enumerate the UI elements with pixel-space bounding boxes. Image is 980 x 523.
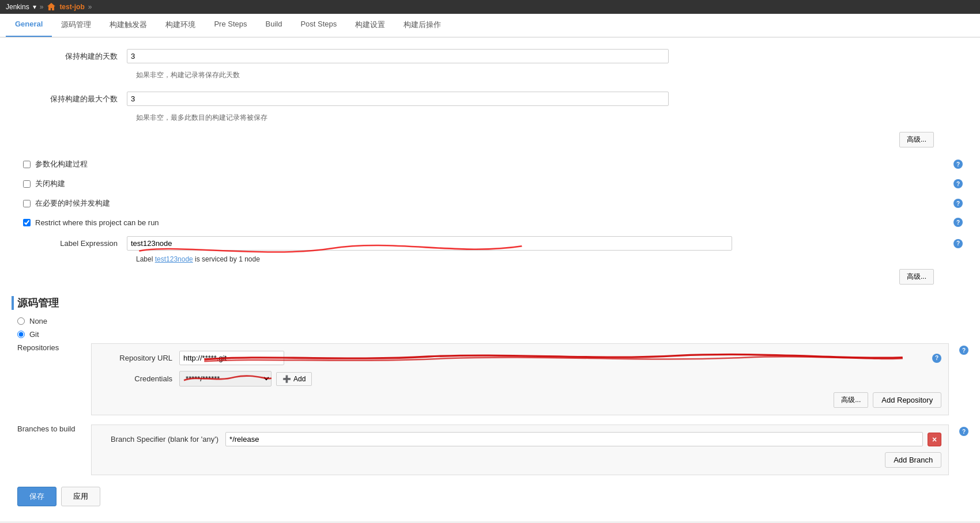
days-input[interactable] bbox=[127, 49, 669, 63]
tab-triggers[interactable]: 构建触发器 bbox=[100, 14, 156, 37]
branch-specifier-row: Branch Specifier (blank for 'any') × bbox=[99, 432, 941, 446]
label-expression-input[interactable] bbox=[127, 236, 732, 251]
max-builds-label: 保持构建的最大个数 bbox=[12, 94, 127, 104]
tab-env[interactable]: 构建环境 bbox=[156, 14, 205, 37]
delete-branch-button[interactable]: × bbox=[928, 433, 941, 446]
repos-advanced-button[interactable]: 高级... bbox=[834, 392, 868, 408]
help-icon-repositories[interactable]: ? bbox=[959, 346, 968, 355]
radio-none[interactable] bbox=[17, 317, 25, 325]
help-icon-restrict[interactable]: ? bbox=[953, 218, 963, 227]
checkbox-disable[interactable] bbox=[23, 180, 31, 188]
top-bar: Jenkins ▾ » test-job » bbox=[0, 0, 980, 14]
advanced-button-2[interactable]: 高级... bbox=[899, 269, 934, 285]
days-row: 保持构建的天数 bbox=[12, 47, 968, 66]
checkbox-parameterize-row: 参数化构建过程 ? bbox=[12, 157, 968, 172]
checkbox-restrict[interactable] bbox=[23, 219, 31, 226]
bottom-buttons: 保存 应用 bbox=[12, 475, 968, 512]
main-content: 保持构建的天数 如果非空，构建记录将保存此天数 保持构建的最大个数 如果非空，最… bbox=[0, 37, 980, 521]
repo-url-label: Repository URL bbox=[99, 354, 179, 362]
radio-none-row: None bbox=[17, 317, 968, 325]
repo-url-input[interactable] bbox=[179, 351, 284, 365]
branch-specifier-input[interactable] bbox=[225, 432, 923, 446]
repos-action-row: 高级... Add Repository bbox=[99, 392, 941, 408]
help-icon-parameterize[interactable]: ? bbox=[953, 160, 963, 169]
tab-settings[interactable]: 构建设置 bbox=[346, 14, 394, 37]
credentials-select-wrapper: *****/****** bbox=[179, 371, 272, 386]
tab-general[interactable]: General bbox=[6, 14, 52, 37]
days-hint: 如果非空，构建记录将保存此天数 bbox=[136, 70, 968, 80]
label-hint-prefix: Label bbox=[136, 255, 155, 263]
tab-poststeps[interactable]: Post Steps bbox=[291, 14, 346, 37]
help-icon-concurrent[interactable]: ? bbox=[953, 199, 963, 208]
label-hint-suffix: is serviced by 1 node bbox=[193, 255, 260, 263]
jenkins-link[interactable]: Jenkins bbox=[6, 3, 29, 11]
add-credentials-label: Add bbox=[293, 375, 306, 383]
jenkins-arrow: ▾ bbox=[33, 3, 36, 11]
repo-url-row: Repository URL ? bbox=[99, 351, 941, 365]
add-branch-button[interactable]: Add Branch bbox=[885, 452, 941, 468]
branches-label: Branches to build bbox=[17, 425, 91, 433]
checkbox-concurrent[interactable] bbox=[23, 200, 31, 207]
help-icon-disable[interactable]: ? bbox=[953, 179, 963, 188]
radio-none-label: None bbox=[29, 317, 47, 325]
checkbox-disable-label: 关闭构建 bbox=[35, 179, 65, 189]
label-expr-label: Label Expression bbox=[12, 239, 127, 248]
checkbox-concurrent-row: 在必要的时候并发构建 ? bbox=[12, 196, 968, 211]
add-branch-row: Add Branch bbox=[99, 452, 941, 468]
label-expression-row: Label Expression ? bbox=[12, 234, 968, 253]
help-icon-repo-url[interactable]: ? bbox=[932, 354, 941, 363]
repositories-box: Repository URL ? Credentials bbox=[91, 343, 949, 415]
max-builds-section: 保持构建的最大个数 如果非空，最多此数目的构建记录将被保存 bbox=[12, 89, 968, 123]
checkbox-restrict-row: Restrict where this project can be run ? bbox=[12, 215, 968, 229]
delete-icon: × bbox=[932, 435, 937, 444]
max-builds-row: 保持构建的最大个数 bbox=[12, 89, 968, 108]
repositories-label: Repositories bbox=[17, 343, 91, 352]
checkbox-disable-row: 关闭构建 ? bbox=[12, 176, 968, 191]
advanced-btn-row-2: 高级... bbox=[12, 269, 968, 285]
help-icon-branches[interactable]: ? bbox=[959, 427, 968, 436]
breadcrumb-separator2: » bbox=[88, 3, 92, 11]
credentials-select[interactable]: *****/****** bbox=[179, 371, 272, 386]
apply-button[interactable]: 应用 bbox=[61, 487, 100, 506]
checkbox-parameterize[interactable] bbox=[23, 161, 31, 168]
advanced-button-1[interactable]: 高级... bbox=[899, 132, 934, 147]
add-credentials-button[interactable]: ➕ Add bbox=[276, 372, 312, 386]
job-name[interactable]: test-job bbox=[59, 3, 84, 11]
save-button[interactable]: 保存 bbox=[17, 487, 56, 506]
scm-section: None Git Repositories Repository URL bbox=[12, 317, 968, 475]
days-label: 保持构建的天数 bbox=[12, 51, 127, 62]
advanced-btn-row-1: 高级... bbox=[12, 132, 968, 147]
help-icon-label-expr[interactable]: ? bbox=[953, 239, 963, 248]
url-wrapper bbox=[179, 351, 928, 365]
tab-build[interactable]: Build bbox=[257, 14, 292, 37]
days-section: 保持构建的天数 如果非空，构建记录将保存此天数 bbox=[12, 47, 968, 80]
radio-git[interactable] bbox=[17, 331, 25, 338]
branches-box: Branch Specifier (blank for 'any') × Add… bbox=[91, 425, 949, 475]
radio-git-label: Git bbox=[29, 330, 39, 339]
radio-git-row: Git bbox=[17, 330, 968, 339]
url-scribble bbox=[179, 351, 928, 365]
max-builds-input[interactable] bbox=[127, 92, 669, 106]
tabs-bar: General 源码管理 构建触发器 构建环境 Pre Steps Build … bbox=[0, 14, 980, 37]
branch-specifier-label: Branch Specifier (blank for 'any') bbox=[99, 435, 225, 444]
breadcrumb-separator1: » bbox=[40, 3, 44, 11]
branches-spacer bbox=[17, 415, 968, 425]
tab-postbuild[interactable]: 构建后操作 bbox=[394, 14, 450, 37]
credentials-label: Credentials bbox=[99, 374, 179, 383]
checkbox-concurrent-label: 在必要的时候并发构建 bbox=[35, 198, 110, 209]
repositories-outer: Repositories Repository URL ? bbox=[17, 343, 968, 415]
label-expression-wrapper: Label Expression ? Label test123node is … bbox=[12, 234, 968, 263]
label-hint-link[interactable]: test123node bbox=[155, 255, 193, 263]
tab-presteps[interactable]: Pre Steps bbox=[205, 14, 256, 37]
credentials-row: Credentials *****/****** ➕ Add bbox=[99, 371, 941, 386]
label-hint: Label test123node is serviced by 1 node bbox=[136, 255, 968, 263]
add-repository-button[interactable]: Add Repository bbox=[873, 392, 941, 408]
house-icon bbox=[47, 2, 56, 12]
scm-section-title: 源码管理 bbox=[12, 296, 968, 310]
checkbox-parameterize-label: 参数化构建过程 bbox=[35, 159, 88, 169]
add-icon: ➕ bbox=[282, 375, 291, 383]
checkbox-restrict-label: Restrict where this project can be run bbox=[35, 218, 159, 227]
max-builds-hint: 如果非空，最多此数目的构建记录将被保存 bbox=[136, 113, 968, 123]
branches-outer: Branches to build Branch Specifier (blan… bbox=[17, 425, 968, 475]
tab-scm[interactable]: 源码管理 bbox=[52, 14, 100, 37]
